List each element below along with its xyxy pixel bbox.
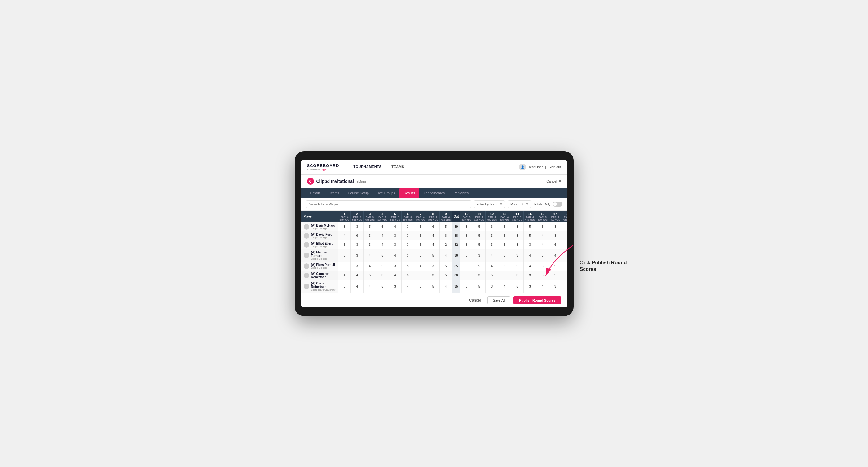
score-hole-2[interactable]: 6 [351, 231, 364, 240]
score-hole-15[interactable]: 4 [523, 249, 536, 261]
score-hole-16[interactable]: 3 [536, 261, 549, 271]
score-hole-1[interactable]: 5 [338, 249, 351, 261]
score-hole-18[interactable]: 4 [561, 222, 567, 231]
score-hole-13[interactable]: 5 [498, 231, 511, 240]
score-hole-8[interactable]: 3 [427, 261, 439, 271]
score-hole-6[interactable]: 4 [401, 280, 414, 292]
score-hole-10[interactable]: 3 [460, 222, 473, 231]
score-hole-6[interactable]: 5 [401, 261, 414, 271]
score-hole-14[interactable]: 5 [511, 280, 524, 292]
tab-tee-groups[interactable]: Tee Groups [373, 188, 399, 198]
score-hole-3[interactable]: 4 [364, 249, 376, 261]
score-hole-11[interactable]: 5 [473, 231, 486, 240]
score-hole-2[interactable]: 4 [351, 271, 364, 280]
score-hole-13[interactable]: 5 [498, 240, 511, 249]
score-hole-7[interactable]: 5 [414, 231, 427, 240]
score-hole-7[interactable]: 3 [414, 280, 427, 292]
score-hole-3[interactable]: 3 [364, 240, 376, 249]
score-hole-1[interactable]: 3 [338, 261, 351, 271]
score-hole-10[interactable]: 5 [460, 261, 473, 271]
score-hole-5[interactable]: 3 [389, 261, 402, 271]
score-hole-12[interactable]: 3 [486, 280, 498, 292]
score-hole-14[interactable]: 3 [511, 271, 524, 280]
score-hole-15[interactable]: 3 [523, 280, 536, 292]
score-hole-14[interactable]: 5 [511, 261, 524, 271]
score-hole-10[interactable]: 3 [460, 231, 473, 240]
score-hole-12[interactable]: 5 [486, 271, 498, 280]
score-hole-3[interactable]: 4 [364, 261, 376, 271]
tab-leaderboards[interactable]: Leaderboards [419, 188, 449, 198]
score-hole-1[interactable]: 3 [338, 222, 351, 231]
score-hole-15[interactable]: 4 [523, 261, 536, 271]
score-hole-9[interactable]: 5 [439, 261, 452, 271]
score-hole-17[interactable]: 3 [549, 280, 561, 292]
score-hole-13[interactable]: 5 [498, 249, 511, 261]
score-hole-5[interactable]: 4 [389, 249, 402, 261]
score-hole-6[interactable]: 3 [401, 271, 414, 280]
score-hole-18[interactable]: 3 [561, 280, 567, 292]
tab-teams[interactable]: Teams [325, 188, 343, 198]
score-hole-7[interactable]: 5 [414, 222, 427, 231]
score-hole-18[interactable]: 6 [561, 231, 567, 240]
sign-out-link[interactable]: Sign out [549, 165, 561, 169]
score-hole-5[interactable]: 4 [389, 271, 402, 280]
tab-results[interactable]: Results [399, 188, 420, 198]
score-hole-12[interactable]: 4 [486, 249, 498, 261]
score-hole-4[interactable]: 5 [376, 222, 389, 231]
score-hole-10[interactable]: 3 [460, 240, 473, 249]
search-input[interactable] [306, 200, 472, 208]
cancel-button[interactable]: Cancel [465, 296, 484, 304]
score-hole-9[interactable]: 5 [439, 222, 452, 231]
score-hole-12[interactable]: 3 [486, 240, 498, 249]
score-hole-16[interactable]: 4 [536, 280, 549, 292]
score-hole-17[interactable]: 5 [549, 261, 561, 271]
score-hole-18[interactable]: 5 [561, 240, 567, 249]
score-hole-11[interactable]: 5 [473, 240, 486, 249]
score-hole-9[interactable]: 2 [439, 240, 452, 249]
score-hole-8[interactable]: 4 [427, 240, 439, 249]
score-hole-15[interactable]: 3 [523, 271, 536, 280]
score-hole-17[interactable]: 3 [549, 222, 561, 231]
score-hole-16[interactable]: 4 [536, 231, 549, 240]
score-hole-5[interactable]: 4 [389, 222, 402, 231]
score-hole-11[interactable]: 5 [473, 280, 486, 292]
score-hole-17[interactable]: 6 [549, 240, 561, 249]
score-hole-2[interactable]: 3 [351, 222, 364, 231]
score-hole-1[interactable]: 5 [338, 240, 351, 249]
score-hole-10[interactable]: 3 [460, 280, 473, 292]
score-hole-9[interactable]: 5 [439, 271, 452, 280]
score-hole-8[interactable]: 5 [427, 280, 439, 292]
score-hole-6[interactable]: 3 [401, 249, 414, 261]
score-hole-18[interactable]: 4 [561, 271, 567, 280]
totals-toggle-switch[interactable] [553, 202, 562, 207]
score-hole-16[interactable]: 3 [536, 249, 549, 261]
score-hole-4[interactable]: 3 [376, 271, 389, 280]
team-filter-select[interactable]: Filter by team [474, 200, 505, 208]
score-hole-7[interactable]: 5 [414, 271, 427, 280]
score-hole-18[interactable]: 3 [561, 249, 567, 261]
score-hole-2[interactable]: 3 [351, 261, 364, 271]
score-hole-7[interactable]: 5 [414, 240, 427, 249]
score-hole-8[interactable]: 4 [427, 231, 439, 240]
score-hole-3[interactable]: 4 [364, 280, 376, 292]
score-hole-15[interactable]: 3 [523, 240, 536, 249]
score-hole-4[interactable]: 5 [376, 261, 389, 271]
score-hole-12[interactable]: 6 [486, 222, 498, 231]
score-hole-12[interactable]: 4 [486, 261, 498, 271]
score-hole-1[interactable]: 4 [338, 271, 351, 280]
score-hole-5[interactable]: 3 [389, 280, 402, 292]
score-hole-11[interactable]: 3 [473, 271, 486, 280]
score-hole-17[interactable]: 4 [549, 249, 561, 261]
score-hole-14[interactable]: 3 [511, 240, 524, 249]
score-hole-6[interactable]: 3 [401, 231, 414, 240]
score-hole-6[interactable]: 3 [401, 240, 414, 249]
score-hole-3[interactable]: 5 [364, 271, 376, 280]
score-hole-16[interactable]: 3 [536, 271, 549, 280]
score-hole-11[interactable]: 5 [473, 222, 486, 231]
score-hole-1[interactable]: 3 [338, 280, 351, 292]
score-hole-4[interactable]: 5 [376, 249, 389, 261]
score-hole-13[interactable]: 3 [498, 271, 511, 280]
score-hole-2[interactable]: 3 [351, 249, 364, 261]
tab-course-setup[interactable]: Course Setup [344, 188, 373, 198]
score-hole-9[interactable]: 4 [439, 280, 452, 292]
